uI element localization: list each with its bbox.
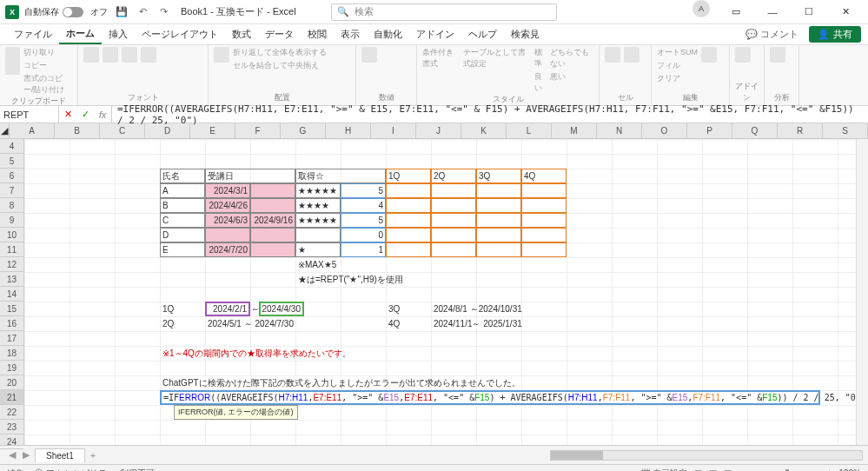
cell-G8[interactable]: ★★★★ xyxy=(295,198,341,213)
cell-I16[interactable]: 4Q xyxy=(386,316,431,331)
tab-view[interactable]: 表示 xyxy=(334,24,367,44)
row-header-14[interactable]: 14 xyxy=(0,287,23,302)
row-header-15[interactable]: 15 xyxy=(0,302,23,316)
row-header-7[interactable]: 7 xyxy=(0,183,23,198)
cell-E15[interactable]: 2024/2/1 xyxy=(205,302,250,316)
cell-L6[interactable]: 4Q xyxy=(521,169,567,183)
save-icon[interactable]: 💾 xyxy=(115,5,129,19)
cell-D15[interactable]: 1Q xyxy=(160,302,205,316)
row-header-13[interactable]: 13 xyxy=(0,272,23,287)
cell-D20[interactable]: ChatGPTに検索かけた際下記の数式を入力しましたがエラーが出て求められません… xyxy=(160,375,681,390)
vertical-scrollbar[interactable] xyxy=(856,139,868,445)
tab-file[interactable]: ファイル xyxy=(7,24,59,44)
cell-H9[interactable]: 5 xyxy=(341,213,386,228)
maximize-icon[interactable]: ☐ xyxy=(792,0,826,24)
cell-H8[interactable]: 4 xyxy=(341,198,386,213)
cell-I15[interactable]: 3Q xyxy=(386,302,431,316)
redo-icon[interactable]: ↷ xyxy=(156,5,170,19)
cell-G9[interactable]: ★★★★★ xyxy=(295,213,341,228)
cell-G12[interactable]: ※MAX★5 xyxy=(295,257,469,272)
cell-J15[interactable]: 2024/8/1 ～2024/10/31 xyxy=(431,302,570,316)
row-header-8[interactable]: 8 xyxy=(0,198,23,213)
cell-J6[interactable]: 2Q xyxy=(431,169,476,183)
name-box[interactable]: REPT xyxy=(0,106,59,123)
cell-J16[interactable]: 2024/11/1～ 2025/1/31 xyxy=(431,316,570,331)
cell-H7[interactable]: 5 xyxy=(341,183,386,198)
col-header-B[interactable]: B xyxy=(55,123,100,138)
row-header-23[interactable]: 23 xyxy=(0,420,23,435)
cell-G13[interactable]: ★は=REPT("★",H9)を使用 xyxy=(295,272,469,287)
cell-E9[interactable]: 2024/6/3 xyxy=(205,213,250,228)
sheet-nav-prev-icon[interactable]: ◀ xyxy=(5,449,19,461)
tab-addin[interactable]: アドイン xyxy=(409,24,461,44)
cell-D21-editing[interactable]: =IFERROR((AVERAGEIFS(H7:H11, E7:E11, ">=… xyxy=(160,390,820,405)
col-header-D[interactable]: D xyxy=(145,123,190,138)
cell-D6[interactable]: 氏名 xyxy=(160,169,205,183)
cell-H10[interactable]: 0 xyxy=(341,228,386,242)
row-header-5[interactable]: 5 xyxy=(0,154,23,169)
row-header-18[interactable]: 18 xyxy=(0,346,23,361)
minimize-icon[interactable]: — xyxy=(755,0,790,24)
col-header-S[interactable]: S xyxy=(823,123,868,138)
cell-E6[interactable]: 受講日 xyxy=(205,169,295,183)
cell-G7[interactable]: ★★★★★ xyxy=(295,183,341,198)
cell-G11[interactable]: ★ xyxy=(295,242,341,257)
sheet-tab-1[interactable]: Sheet1 xyxy=(35,448,85,462)
row-header-17[interactable]: 17 xyxy=(0,331,23,346)
row-header-24[interactable]: 24 xyxy=(0,435,23,449)
display-settings[interactable]: ▦ 表示設定 xyxy=(641,468,687,472)
row-header-12[interactable]: 12 xyxy=(0,257,23,272)
col-header-A[interactable]: A xyxy=(10,123,55,138)
col-header-G[interactable]: G xyxy=(281,123,326,138)
formula-input[interactable]: =IFERROR((AVERAGEIFS(H7:H11, E7:E11, ">=… xyxy=(112,103,868,126)
tab-review[interactable]: 校閲 xyxy=(301,24,334,44)
row-header-19[interactable]: 19 xyxy=(0,361,23,375)
cell-G6[interactable]: 取得☆ xyxy=(295,169,386,183)
cell-D11[interactable]: E xyxy=(160,242,205,257)
row-header-21[interactable]: 21 xyxy=(0,390,23,405)
cell-H11[interactable]: 1 xyxy=(341,242,386,257)
cell-D18[interactable]: ※1～4Qの期間内での★取得率を求めたいです。 xyxy=(160,346,507,361)
cell-E11[interactable]: 2024/7/20 xyxy=(205,242,250,257)
col-header-K[interactable]: K xyxy=(461,123,507,138)
undo-icon[interactable]: ↶ xyxy=(136,5,149,19)
cell-F15[interactable]: 2024/4/30 xyxy=(259,302,304,316)
cell-D8[interactable]: B xyxy=(160,198,205,213)
tab-help[interactable]: ヘルプ xyxy=(461,24,504,44)
autosave-toggle[interactable] xyxy=(63,7,83,17)
row-header-22[interactable]: 22 xyxy=(0,405,23,420)
cell-E8[interactable]: 2024/4/26 xyxy=(205,198,250,213)
cell-F7[interactable] xyxy=(250,183,295,198)
tab-teams[interactable]: 検索見 xyxy=(504,24,547,44)
search-input[interactable]: 🔍 検索 xyxy=(331,3,557,21)
close-icon[interactable]: ✕ xyxy=(828,0,863,24)
horizontal-scrollbar[interactable] xyxy=(550,450,863,461)
col-header-O[interactable]: O xyxy=(642,123,687,138)
confirm-icon[interactable]: ✓ xyxy=(76,106,94,123)
comments-button[interactable]: 💬 コメント xyxy=(740,26,804,43)
col-header-J[interactable]: J xyxy=(416,123,461,138)
row-header-16[interactable]: 16 xyxy=(0,316,23,331)
cells-area[interactable]: 氏名 受講日 取得☆ 1Q 2Q 3Q 4Q A 2024/3/1 ★★★★★ … xyxy=(24,139,868,445)
tab-auto[interactable]: 自動化 xyxy=(367,24,409,44)
col-header-P[interactable]: P xyxy=(687,123,732,138)
cell-D9[interactable]: C xyxy=(160,213,205,228)
row-header-20[interactable]: 20 xyxy=(0,375,23,390)
cell-I6[interactable]: 1Q xyxy=(386,169,431,183)
cell-D16[interactable]: 2Q xyxy=(160,316,205,331)
cell-D7[interactable]: A xyxy=(160,183,205,198)
tab-data[interactable]: データ xyxy=(258,24,301,44)
tab-formulas[interactable]: 数式 xyxy=(225,24,258,44)
sheet-nav-next-icon[interactable]: ▶ xyxy=(19,449,33,461)
col-header-R[interactable]: R xyxy=(778,123,823,138)
row-header-6[interactable]: 6 xyxy=(0,169,23,183)
tab-home[interactable]: ホーム xyxy=(59,24,102,44)
col-header-N[interactable]: N xyxy=(597,123,642,138)
select-all-corner[interactable]: ◢ xyxy=(0,123,10,138)
col-header-Q[interactable]: Q xyxy=(732,123,778,138)
col-header-M[interactable]: M xyxy=(552,123,597,138)
col-header-H[interactable]: H xyxy=(326,123,371,138)
row-header-9[interactable]: 9 xyxy=(0,213,23,228)
user-avatar[interactable]: A xyxy=(692,0,710,17)
add-sheet-icon[interactable]: + xyxy=(87,450,99,461)
